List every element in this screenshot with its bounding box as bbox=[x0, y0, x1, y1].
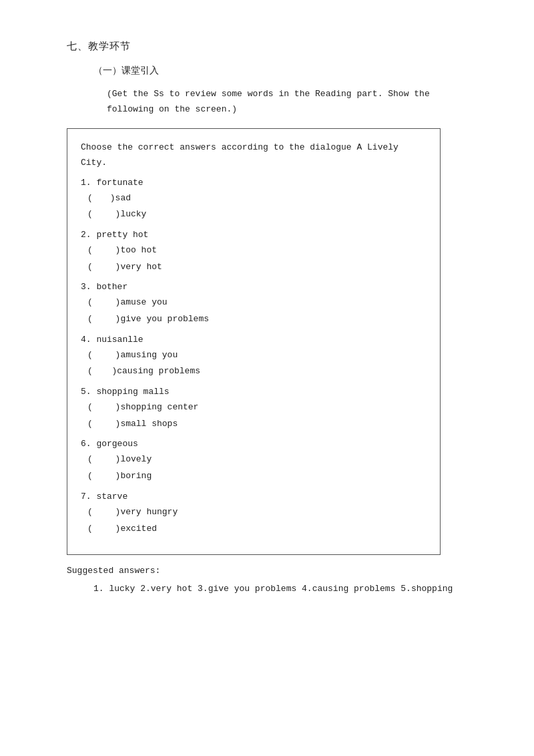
question-group: 2. pretty hot( )too hot( )very hot bbox=[81, 230, 427, 275]
suggested-answers: 1. lucky 2.very hot 3.give you problems … bbox=[93, 581, 481, 596]
question-label: 1. fortunate bbox=[81, 178, 427, 188]
option-row: ( )give you problems bbox=[87, 311, 427, 328]
section-title: 七、教学环节 bbox=[67, 40, 481, 53]
question-group: 4. nuisanlle( )amusing you( )causing pro… bbox=[81, 335, 427, 380]
question-label: 6. gorgeous bbox=[81, 439, 427, 449]
option-row: ( )very hot bbox=[87, 259, 427, 276]
question-group: 6. gorgeous( )lovely( )boring bbox=[81, 439, 427, 484]
option-row: ( )causing problems bbox=[87, 363, 427, 380]
box-intro: Choose the correct answers according to … bbox=[81, 140, 427, 171]
question-group: 5. shopping malls( )shopping center( )sm… bbox=[81, 387, 427, 432]
option-row: ( )very hungry bbox=[87, 504, 427, 521]
option-row: ( )lucky bbox=[87, 206, 427, 223]
question-label: 2. pretty hot bbox=[81, 230, 427, 240]
exercise-box: Choose the correct answers according to … bbox=[67, 128, 441, 555]
sub-title: （一）课堂引入 bbox=[93, 65, 481, 77]
option-row: ( )sad bbox=[87, 190, 427, 207]
option-row: ( )lovely bbox=[87, 451, 427, 468]
question-group: 1. fortunate( )sad( )lucky bbox=[81, 178, 427, 223]
question-group: 7. starve( )very hungry( )excited bbox=[81, 492, 427, 537]
option-row: ( )small shops bbox=[87, 416, 427, 433]
option-row: ( )boring bbox=[87, 468, 427, 485]
suggested-label: Suggested answers: bbox=[67, 566, 481, 576]
option-row: ( )shopping center bbox=[87, 399, 427, 416]
question-label: 5. shopping malls bbox=[81, 387, 427, 397]
question-label: 4. nuisanlle bbox=[81, 335, 427, 345]
option-row: ( )too hot bbox=[87, 242, 427, 259]
option-row: ( )excited bbox=[87, 521, 427, 538]
option-row: ( )amuse you bbox=[87, 295, 427, 311]
instruction: (Get the Ss to review some words in the … bbox=[107, 86, 481, 118]
option-row: ( )amusing you bbox=[87, 347, 427, 364]
question-label: 3. bother bbox=[81, 282, 427, 292]
question-group: 3. bother( )amuse you( )give you problem… bbox=[81, 282, 427, 327]
question-label: 7. starve bbox=[81, 492, 427, 502]
